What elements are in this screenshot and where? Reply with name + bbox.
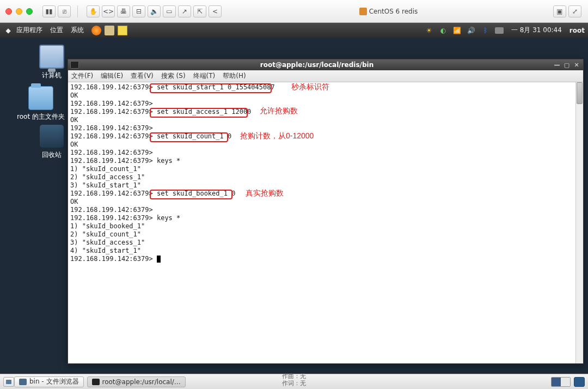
network-icon[interactable]: 📶	[452, 26, 462, 35]
layout-icon[interactable]: ▣	[553, 5, 566, 17]
task1-label: bin - 文件浏览器	[29, 377, 79, 386]
brightness-icon[interactable]: ☀	[424, 26, 434, 35]
maximize-button[interactable]: ▢	[562, 61, 571, 69]
menu-search[interactable]: 搜索 (S)	[161, 71, 186, 81]
fullscreen-icon[interactable]: ⤢	[568, 5, 581, 17]
terminal-icon	[70, 61, 79, 69]
close-dot[interactable]	[5, 8, 12, 15]
notes-icon[interactable]	[118, 26, 127, 35]
scrollbar[interactable]	[575, 82, 583, 363]
camera-icon[interactable]: ▭	[163, 5, 176, 17]
annotation-1: 秒杀标识符	[291, 82, 329, 92]
task-terminal[interactable]: root@apple:/usr/local/…	[87, 376, 186, 387]
code-icon[interactable]: <>	[102, 5, 115, 17]
terminal-small-icon	[92, 379, 100, 385]
workspace-switcher[interactable]	[551, 377, 571, 387]
places-menu[interactable]: 位置	[50, 26, 63, 35]
computer-icon	[39, 45, 64, 69]
terminal-window: root@apple:/usr/local/redis/bin — ▢ ✕ 文件…	[68, 59, 584, 364]
tray-icon[interactable]: ◐	[438, 26, 448, 35]
home-label: root 的主文件夹	[11, 112, 71, 121]
desktop-home[interactable]: root 的主文件夹	[11, 86, 71, 121]
highlight-box-3	[150, 132, 228, 142]
disk-icon[interactable]: ⊟	[132, 5, 145, 17]
highlight-box-4	[150, 190, 232, 199]
vm-title-text: CentOS 6 redis	[369, 8, 418, 15]
trash-icon	[39, 124, 64, 148]
menu-terminal[interactable]: 终端(T)	[193, 71, 216, 81]
annotation-4: 真实抢购数	[246, 189, 284, 198]
highlight-box-2	[150, 108, 248, 118]
vm-title: CentOS 6 redis	[224, 8, 553, 15]
tray-applet[interactable]	[574, 377, 585, 387]
vm-icon	[359, 8, 367, 15]
pause-button[interactable]: ▮▮	[42, 5, 56, 17]
mail-icon[interactable]	[105, 26, 114, 35]
host-toolbar: ▮▮ ⎚ ✋ <> 🖶 ⊟ 🔈 ▭ ↗ ⇱ < CentOS 6 redis ▣…	[0, 0, 588, 23]
hand-icon[interactable]: ✋	[87, 5, 100, 17]
applications-menu[interactable]: 应用程序	[16, 26, 42, 35]
menu-file[interactable]: 文件(F)	[71, 71, 93, 81]
display-icon[interactable]	[495, 27, 504, 34]
show-desktop-button[interactable]	[3, 377, 14, 387]
scrollbar-thumb[interactable]	[577, 82, 583, 104]
music-info: 作曲：无 作词：无	[282, 373, 306, 387]
user-label[interactable]: root	[569, 27, 585, 34]
start-icon[interactable]: ◆	[3, 26, 13, 35]
terminal-titlebar[interactable]: root@apple:/usr/local/redis/bin — ▢ ✕	[68, 59, 583, 70]
terminal-title-text: root@apple:/usr/local/redis/bin	[82, 61, 552, 69]
window-controls	[0, 8, 38, 15]
terminal-body[interactable]: 192.168.199.142:6379> set skuId_start_1 …	[68, 82, 575, 363]
annotation-2: 允许抢购数	[260, 106, 298, 116]
annotation-3: 抢购计数，从0-12000	[240, 131, 314, 141]
folder-small-icon	[19, 379, 27, 385]
zoom-dot[interactable]	[26, 8, 33, 15]
export-icon[interactable]: ⇱	[193, 5, 206, 17]
terminal-menubar: 文件(F) 编辑(E) 查看(V) 搜索 (S) 终端(T) 帮助(H)	[68, 70, 583, 82]
minimize-button[interactable]: —	[553, 61, 561, 69]
menu-view[interactable]: 查看(V)	[131, 71, 154, 81]
back-icon[interactable]: <	[209, 5, 222, 17]
print-icon[interactable]: 🖶	[117, 5, 130, 17]
volume-icon[interactable]: 🔊	[467, 26, 476, 35]
folder-icon	[28, 86, 53, 110]
firefox-icon[interactable]	[91, 26, 101, 35]
snapshot-button[interactable]: ⎚	[58, 5, 71, 17]
highlight-box-1	[150, 83, 272, 93]
desktop-icon	[6, 380, 11, 384]
clock[interactable]: 一 8月 31 00:44	[511, 26, 562, 35]
menu-help[interactable]: 帮助(H)	[223, 71, 246, 81]
bluetooth-icon[interactable]: ᛒ	[481, 26, 491, 35]
task-filemanager[interactable]: bin - 文件浏览器	[14, 376, 84, 387]
system-menu[interactable]: 系统	[71, 26, 84, 35]
gnome-panel: ◆ 应用程序 位置 系统 ☀ ◐ 📶 🔊 ᛒ 一 8月 31 00:44 roo…	[0, 23, 588, 38]
menu-edit[interactable]: 编辑(E)	[101, 71, 123, 81]
close-button[interactable]: ✕	[572, 61, 581, 69]
task2-label: root@apple:/usr/local/…	[102, 378, 181, 386]
sound-icon[interactable]: 🔈	[148, 5, 161, 17]
minimize-dot[interactable]	[16, 8, 22, 15]
share-icon[interactable]: ↗	[178, 5, 191, 17]
